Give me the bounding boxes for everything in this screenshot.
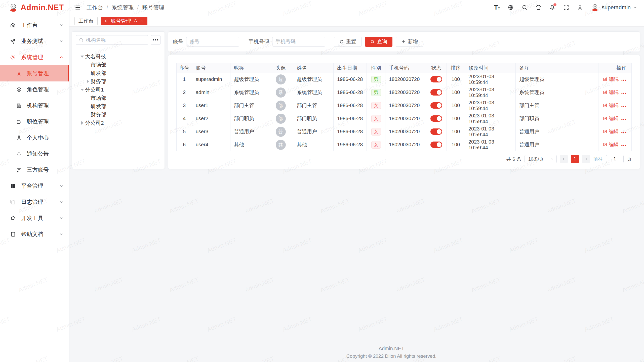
prev-page-button[interactable] xyxy=(560,155,568,163)
edit-button[interactable]: 编辑 xyxy=(603,102,619,109)
chevron-down-icon xyxy=(59,184,64,188)
refresh-icon[interactable] xyxy=(133,19,137,23)
caret-expanded-icon[interactable] xyxy=(79,56,85,58)
edit-icon xyxy=(603,142,607,147)
status-toggle[interactable] xyxy=(430,76,442,82)
mug-icon xyxy=(16,119,22,125)
sidebar-item-org-mgmt[interactable]: 机构管理 xyxy=(0,98,69,114)
bell-icon[interactable] xyxy=(549,4,555,11)
search-button[interactable]: 查询 xyxy=(365,37,392,47)
caret-expanded-icon[interactable] xyxy=(79,89,85,91)
sidebar-item-thirdparty-account[interactable]: 三方账号 xyxy=(0,162,69,178)
sidebar-item-label: 日志管理 xyxy=(21,198,43,206)
col-gender: 性别 xyxy=(367,63,385,73)
tree-node[interactable]: 大名科技 xyxy=(72,52,165,61)
sidebar-item-help-docs[interactable]: 帮助文档 xyxy=(0,226,69,242)
edit-button[interactable]: 编辑 xyxy=(603,128,619,135)
sidebar-item-dev-tools[interactable]: 开发工具 xyxy=(0,210,69,226)
table-header-row: 序号 账号 昵称 头像 姓名 出生日期 性别 手机号码 状态 排序 修改时间 备… xyxy=(177,63,632,73)
more-actions-button[interactable]: ••• xyxy=(621,143,626,148)
tree-node[interactable]: 市场部 xyxy=(72,61,165,69)
caret-collapsed-icon[interactable] xyxy=(85,80,91,83)
person-icon[interactable] xyxy=(577,4,583,11)
search-icon xyxy=(370,39,375,44)
status-toggle[interactable] xyxy=(430,102,442,109)
gender-tag: 女 xyxy=(371,115,381,122)
collapse-menu-icon[interactable] xyxy=(74,4,81,11)
edit-button[interactable]: 编辑 xyxy=(603,89,619,96)
font-size-icon[interactable]: TT xyxy=(494,5,500,11)
tab-account-mgmt[interactable]: 账号管理 xyxy=(101,17,147,25)
sidebar-item-notice[interactable]: 通知公告 xyxy=(0,146,69,162)
col-no: 序号 xyxy=(177,63,192,73)
reset-button[interactable]: 重置 xyxy=(334,37,361,47)
sidebar-item-role-mgmt[interactable]: 角色管理 xyxy=(0,81,69,98)
page-size-select[interactable]: 10条/页 xyxy=(525,155,557,163)
tree-more-button[interactable]: ••• xyxy=(151,35,160,45)
page-number-current[interactable]: 1 xyxy=(571,155,579,163)
sidebar-item-system-mgmt[interactable]: 系统管理 xyxy=(0,49,69,65)
tree-node[interactable]: 财务部 xyxy=(72,77,165,85)
tab-workbench[interactable]: 工作台 xyxy=(74,17,98,25)
caret-collapsed-icon[interactable] xyxy=(79,121,85,125)
role-icon xyxy=(16,87,22,93)
edit-button[interactable]: 编辑 xyxy=(603,115,619,122)
edit-icon xyxy=(603,77,607,81)
edit-button[interactable]: 编辑 xyxy=(603,76,619,83)
col-status: 状态 xyxy=(426,63,447,73)
gender-tag: 女 xyxy=(371,141,381,149)
documents-icon xyxy=(10,199,16,205)
user-menu[interactable]: superadmin xyxy=(591,3,637,12)
goto-page-input[interactable] xyxy=(606,155,624,163)
sidebar-item-platform-mgmt[interactable]: 平台管理 xyxy=(0,178,69,194)
account-input[interactable] xyxy=(186,37,239,47)
tree-node[interactable]: 财务部 xyxy=(72,110,165,119)
breadcrumb-item[interactable]: 系统管理 xyxy=(112,4,134,11)
breadcrumb-item[interactable]: 账号管理 xyxy=(142,4,164,11)
tree-node[interactable]: 分公司1 xyxy=(72,85,165,94)
more-actions-button[interactable]: ••• xyxy=(621,78,626,82)
close-icon[interactable] xyxy=(140,19,143,23)
breadcrumb-item[interactable]: 工作台 xyxy=(87,4,103,11)
avatar: 部 xyxy=(276,101,286,111)
fullscreen-icon[interactable] xyxy=(563,4,569,11)
more-actions-button[interactable]: ••• xyxy=(621,91,626,95)
status-toggle[interactable] xyxy=(430,128,442,135)
avatar xyxy=(591,3,599,12)
phone-input[interactable] xyxy=(272,37,325,47)
tree-node[interactable]: 市场部 xyxy=(72,94,165,102)
status-toggle[interactable] xyxy=(430,142,442,148)
sidebar-item-log-mgmt[interactable]: 日志管理 xyxy=(0,194,69,210)
tree-node[interactable]: 研发部 xyxy=(72,102,165,110)
sidebar-item-position-mgmt[interactable]: 职位管理 xyxy=(0,114,69,130)
language-icon[interactable] xyxy=(508,4,514,11)
sidebar-item-label: 系统管理 xyxy=(21,54,43,61)
tree-node[interactable]: 研发部 xyxy=(72,69,165,77)
page-unit-label: 页 xyxy=(627,156,632,162)
sidebar-item-account-mgmt[interactable]: 账号管理 xyxy=(0,65,69,81)
gender-tag: 女 xyxy=(371,102,381,109)
add-button[interactable]: 新增 xyxy=(396,37,423,47)
edit-icon xyxy=(603,129,607,134)
sidebar-item-workbench[interactable]: 工作台 xyxy=(0,17,69,33)
logo[interactable]: Admin.NET xyxy=(0,0,69,15)
logo-mascot-icon xyxy=(9,3,18,12)
sidebar-item-business-test[interactable]: 业务测试 xyxy=(0,33,69,49)
tree-node[interactable]: 分公司2 xyxy=(72,119,165,127)
sidebar-item-label: 三方账号 xyxy=(27,166,49,174)
breadcrumb-separator: / xyxy=(107,5,108,10)
footer: Admin.NET Copyright © 2022 Dilon All rig… xyxy=(139,346,644,359)
status-toggle[interactable] xyxy=(430,89,442,96)
more-actions-button[interactable]: ••• xyxy=(621,104,626,108)
sidebar-item-personal-center[interactable]: 个人中心 xyxy=(0,130,69,146)
search-icon[interactable] xyxy=(521,4,528,11)
next-page-button[interactable] xyxy=(582,155,590,163)
more-actions-button[interactable]: ••• xyxy=(621,117,626,121)
more-actions-button[interactable]: ••• xyxy=(621,130,626,134)
col-phone: 手机号码 xyxy=(385,63,426,73)
edit-button[interactable]: 编辑 xyxy=(603,141,619,148)
theme-shirt-icon[interactable] xyxy=(535,4,542,11)
sidebar-item-label: 帮助文档 xyxy=(21,231,43,238)
status-toggle[interactable] xyxy=(430,115,442,122)
org-search-input[interactable] xyxy=(86,37,145,43)
